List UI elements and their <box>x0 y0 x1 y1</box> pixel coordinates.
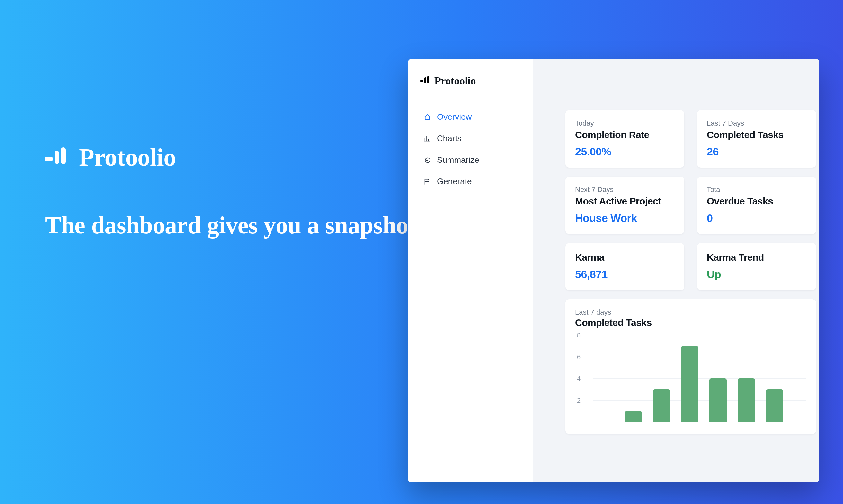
stats-cards: TodayCompletion Rate25.00%Last 7 DaysCom… <box>565 110 819 434</box>
nav-item-charts[interactable]: Charts <box>420 128 523 149</box>
protoolio-logo-icon <box>45 147 73 167</box>
chart-icon <box>423 135 431 143</box>
card-supertitle: Total <box>707 185 806 194</box>
card-title: Most Active Project <box>575 196 675 207</box>
nav-item-label: Charts <box>437 133 462 144</box>
card-title: Karma Trend <box>707 252 806 263</box>
svg-rect-0 <box>45 157 53 161</box>
chart-bar <box>681 346 699 422</box>
chat-icon <box>423 156 431 164</box>
nav-item-generate[interactable]: Generate <box>420 171 523 192</box>
svg-point-7 <box>427 160 428 161</box>
card-supertitle: Last 7 Days <box>707 119 806 127</box>
card-title: Overdue Tasks <box>707 196 806 207</box>
flag-icon <box>423 178 431 185</box>
main-content: TodayCompletion Rate25.00%Last 7 DaysCom… <box>533 59 819 483</box>
chart-plot <box>593 335 806 422</box>
stat-card: TodayCompletion Rate25.00% <box>565 110 684 167</box>
chart-y-tick: 4 <box>577 375 581 382</box>
chart-card-completed-tasks: Last 7 daysCompleted Tasks2468 <box>565 299 816 434</box>
stat-card: Last 7 DaysCompleted Tasks26 <box>697 110 816 167</box>
app-window: Protoolio OverviewChartsSummarizeGenerat… <box>408 59 819 483</box>
stat-card: Next 7 DaysMost Active ProjectHouse Work <box>565 177 684 234</box>
protoolio-logo-icon <box>420 76 431 86</box>
nav-item-label: Overview <box>437 112 472 122</box>
card-title: Karma <box>575 252 675 263</box>
chart-y-tick: 8 <box>577 331 581 339</box>
svg-rect-4 <box>424 77 426 83</box>
stat-card: Karma56,871 <box>565 243 684 290</box>
sidebar-nav: OverviewChartsSummarizeGenerate <box>420 106 523 192</box>
chart-y-tick: 2 <box>577 396 581 404</box>
nav-item-label: Summarize <box>437 155 479 165</box>
chart-y-axis: 2468 <box>577 335 590 422</box>
card-value: House Work <box>575 212 675 224</box>
chart-bar <box>766 390 783 422</box>
sidebar: Protoolio OverviewChartsSummarizeGenerat… <box>408 59 533 483</box>
chart-bar <box>709 378 727 422</box>
svg-rect-1 <box>55 150 59 164</box>
card-supertitle: Next 7 Days <box>575 185 675 194</box>
chart-bar <box>625 411 642 422</box>
sidebar-logo: Protoolio <box>420 75 523 87</box>
card-value: 25.00% <box>575 145 675 158</box>
card-value: 56,871 <box>575 268 675 281</box>
card-value: 26 <box>707 145 806 158</box>
card-value: 0 <box>707 212 806 224</box>
chart-bars <box>593 335 806 422</box>
hero-brand-text: Protoolio <box>79 143 176 172</box>
home-icon <box>423 113 431 121</box>
chart-y-tick: 6 <box>577 353 581 360</box>
stat-card: TotalOverdue Tasks0 <box>697 177 816 234</box>
nav-item-summarize[interactable]: Summarize <box>420 149 523 171</box>
sidebar-brand-text: Protoolio <box>434 75 476 87</box>
card-title: Completed Tasks <box>707 129 806 140</box>
nav-item-label: Generate <box>437 177 472 186</box>
svg-point-6 <box>426 160 427 161</box>
svg-rect-5 <box>427 76 429 83</box>
card-supertitle: Today <box>575 119 675 127</box>
svg-rect-2 <box>61 147 66 164</box>
stat-card: Karma TrendUp <box>697 243 816 290</box>
chart-supertitle: Last 7 days <box>575 308 806 317</box>
chart-bar <box>653 390 670 422</box>
chart-plot-area: 2468 <box>577 335 806 422</box>
chart-bar <box>738 378 755 422</box>
card-value: Up <box>707 268 806 281</box>
card-title: Completion Rate <box>575 129 675 140</box>
svg-rect-3 <box>420 80 423 82</box>
chart-title: Completed Tasks <box>575 317 806 328</box>
nav-item-overview[interactable]: Overview <box>420 106 523 128</box>
